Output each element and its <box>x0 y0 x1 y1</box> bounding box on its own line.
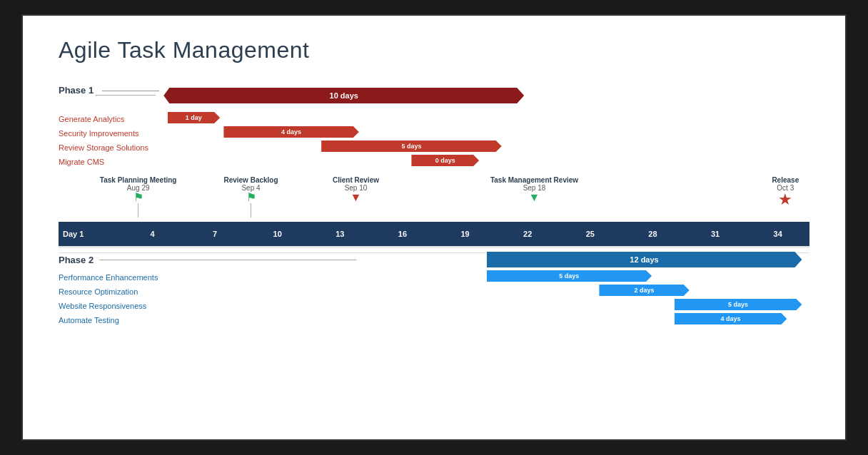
gantt-chart: Phase 1 10 days Generate Analytics 1 day… <box>59 85 809 384</box>
task-label-generate: Generate Analytics <box>59 115 124 123</box>
day-28: 28 <box>622 230 685 238</box>
task-bar-automate: 4 days <box>675 313 787 324</box>
milestone-name-task-planning: Task Planning Meeting <box>100 176 177 184</box>
milestone-name-task-mgmt: Task Management Review <box>490 176 578 184</box>
timeline-bar: Day 1 4 7 10 13 16 19 22 25 28 31 34 <box>59 222 809 246</box>
phase1-main-bar: 10 days <box>163 88 524 103</box>
phase1-label: Phase 1 <box>59 85 159 96</box>
task-bar-migrate: 0 days <box>411 155 479 166</box>
milestone-client-review: Client Review Sep 10 ▼ <box>333 176 379 203</box>
task-label-perf: Performance Enhancements <box>59 273 158 282</box>
phase2-line <box>99 260 356 260</box>
task-label-storage: Review Storage Solutions <box>59 143 148 152</box>
milestone-name-client-review: Client Review <box>333 176 379 184</box>
milestone-review-backlog: Review Backlog Sep 4 ⚑ <box>223 176 278 218</box>
star-icon: ★ <box>778 192 792 208</box>
milestone-task-mgmt-review: Task Management Review Sep 18 ▼ <box>490 176 578 203</box>
task-bar-security: 4 days <box>223 126 358 138</box>
milestone-task-planning: Task Planning Meeting Aug 29 ⚑ <box>100 176 177 218</box>
phase2-duration: 12 days <box>630 255 658 264</box>
day-13: 13 <box>309 230 372 238</box>
day-7: 7 <box>183 230 246 238</box>
phase2-label: Phase 2 <box>59 255 356 265</box>
milestone-line-1 <box>138 203 138 218</box>
task-label-automate: Automate Testing <box>59 316 119 324</box>
phase2-main-bar: 12 days <box>487 252 802 267</box>
milestone-line-2 <box>251 203 251 218</box>
task-bar-resource: 2 days <box>599 285 689 296</box>
phase1-duration: 10 days <box>330 91 358 100</box>
task-label-migrate: Migrate CMS <box>59 158 104 166</box>
task-bar-perf: 5 days <box>487 270 652 282</box>
day-16: 16 <box>371 230 434 238</box>
day-1: Day 1 <box>59 230 121 238</box>
task-label-website: Website Responsiveness <box>59 302 146 310</box>
task-bar-website: 5 days <box>675 299 802 310</box>
day-25: 25 <box>559 230 622 238</box>
downarrow-red-icon: ▼ <box>350 192 362 203</box>
downarrow-green-icon: ▼ <box>529 192 540 203</box>
task-bar-generate: 1 day <box>168 112 221 123</box>
page-title: Agile Task Management <box>59 37 809 63</box>
day-34: 34 <box>747 230 809 238</box>
phase1-line <box>96 95 156 96</box>
day-19: 19 <box>434 230 497 238</box>
task-bar-storage: 5 days <box>321 140 501 152</box>
day-22: 22 <box>496 230 559 238</box>
day-4: 4 <box>121 230 184 238</box>
flag-icon-2: ⚑ <box>246 192 256 203</box>
task-label-resource: Resource Optimization <box>59 287 138 296</box>
milestone-name-release: Release <box>772 176 799 184</box>
day-10: 10 <box>246 230 309 238</box>
timeline-shadow <box>59 246 809 249</box>
milestone-name-review-backlog: Review Backlog <box>223 176 278 184</box>
slide: Agile Task Management Phase 1 10 days Ge… <box>21 14 847 441</box>
task-label-security: Security Improvements <box>59 129 138 138</box>
flag-icon-1: ⚑ <box>133 192 143 203</box>
day-31: 31 <box>684 230 747 238</box>
milestone-release: Release Oct 3 ★ <box>772 176 799 208</box>
